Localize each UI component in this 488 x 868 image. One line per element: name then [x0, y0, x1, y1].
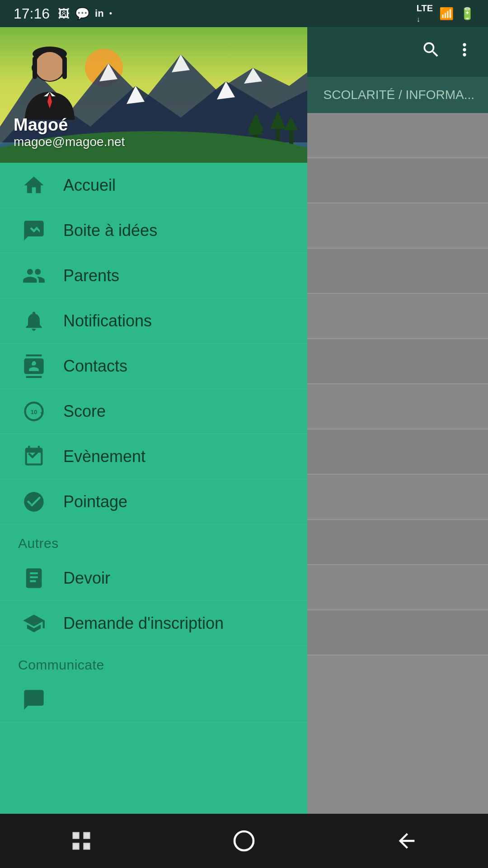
user-email: magoe@magoe.net: [14, 135, 125, 149]
bottom-nav: [0, 814, 488, 868]
menu-label-devoir: Devoir: [63, 569, 110, 588]
section-header-autres: Autres: [0, 524, 307, 556]
menu-item-contacts[interactable]: Contacts: [0, 344, 307, 389]
menu-label-demande-inscription: Demande d'inscription: [63, 614, 224, 633]
menu-item-communicate-partial[interactable]: [0, 677, 307, 722]
home-button[interactable]: [217, 823, 271, 859]
menu-label-parents: Parents: [63, 266, 119, 285]
graduation-icon: [18, 608, 50, 639]
svg-rect-29: [235, 831, 253, 850]
contacts-icon: [18, 350, 50, 382]
menu-item-accueil[interactable]: Accueil: [0, 163, 307, 208]
signal-icon: 📶: [439, 7, 454, 21]
svg-text:10: 10: [31, 408, 37, 415]
menu-label-evenement: Evènement: [63, 447, 145, 466]
menu-item-devoir[interactable]: Devoir: [0, 556, 307, 601]
pointage-icon: [18, 486, 50, 518]
idea-icon: [18, 215, 50, 246]
drawer-header: Magoé magoe@magoe.net: [0, 27, 307, 163]
user-info: Magoé magoe@magoe.net: [14, 115, 125, 149]
svg-point-20: [35, 52, 64, 81]
status-time: 17:16: [14, 5, 50, 22]
menu-item-demande-inscription[interactable]: Demande d'inscription: [0, 601, 307, 646]
status-left: 17:16 🖼 💬 in •: [14, 5, 112, 22]
menu-item-notifications[interactable]: Notifications: [0, 298, 307, 344]
menu-label-boite-idees: Boite à idées: [63, 221, 157, 240]
event-icon: [18, 441, 50, 472]
menu-item-score[interactable]: 10 Score: [0, 389, 307, 434]
drawer-menu: Accueil Boite à idées Parents Notificati…: [0, 163, 307, 868]
avatar-svg: [16, 43, 84, 120]
parents-icon: [18, 260, 50, 292]
photo-icon: 🖼: [58, 7, 70, 21]
search-icon[interactable]: [421, 40, 441, 64]
user-avatar: [14, 41, 86, 122]
score-icon: 10: [18, 396, 50, 427]
menu-item-evenement[interactable]: Evènement: [0, 434, 307, 479]
communicate-icon: [18, 684, 50, 716]
menu-label-contacts: Contacts: [63, 357, 127, 376]
svg-rect-26: [33, 71, 35, 75]
navigation-drawer: Magoé magoe@magoe.net Accueil Boite à id…: [0, 27, 307, 868]
menu-label-notifications: Notifications: [63, 311, 152, 330]
status-right: LTE↓ 📶 🔋: [417, 3, 474, 24]
recent-apps-button[interactable]: [54, 823, 108, 859]
menu-label-pointage: Pointage: [63, 492, 127, 511]
menu-item-pointage[interactable]: Pointage: [0, 479, 307, 524]
dot-icon: •: [109, 9, 112, 19]
section-header-communicate: Communicate: [0, 646, 307, 677]
svg-rect-22: [62, 57, 67, 79]
battery-icon: 🔋: [460, 7, 474, 21]
status-bar: 17:16 🖼 💬 in • LTE↓ 📶 🔋: [0, 0, 488, 27]
back-button[interactable]: [380, 823, 434, 859]
lte-icon: LTE↓: [417, 3, 433, 24]
menu-item-boite-idees[interactable]: Boite à idées: [0, 208, 307, 253]
bell-icon: [18, 305, 50, 337]
linkedin-icon: in: [95, 8, 104, 19]
user-name: Magoé: [14, 115, 125, 135]
home-icon: [18, 170, 50, 201]
more-options-icon[interactable]: [455, 40, 474, 64]
status-icons: 🖼 💬 in •: [58, 7, 112, 21]
menu-label-score: Score: [63, 402, 106, 421]
menu-label-accueil: Accueil: [63, 176, 116, 195]
whatsapp-icon: 💬: [75, 7, 89, 21]
tab-scolarite[interactable]: SCOLARITÉ / INFORMA...: [324, 87, 474, 103]
menu-item-parents[interactable]: Parents: [0, 253, 307, 298]
book-icon: [18, 562, 50, 594]
